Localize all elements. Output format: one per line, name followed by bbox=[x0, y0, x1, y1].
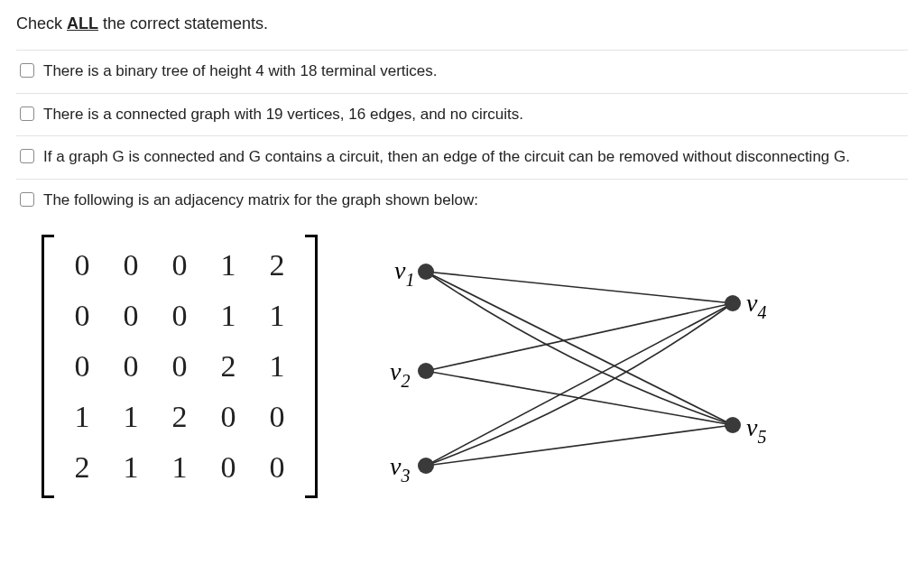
graph-edge bbox=[426, 272, 733, 425]
matrix-cell: 0 bbox=[172, 351, 188, 382]
matrix-cell: 0 bbox=[75, 351, 90, 382]
matrix-grid: 0001200011000211120021100 bbox=[54, 235, 305, 498]
graph-edge bbox=[426, 272, 733, 303]
option-text: If a graph G is connected and G contains… bbox=[43, 146, 904, 169]
option-row[interactable]: If a graph G is connected and G contains… bbox=[16, 136, 908, 180]
matrix-cell: 1 bbox=[124, 402, 139, 432]
options-list: There is a binary tree of height 4 with … bbox=[16, 50, 908, 222]
prompt-after: the correct statements. bbox=[98, 14, 268, 32]
question-prompt: Check ALL the correct statements. bbox=[16, 14, 908, 33]
matrix-cell: 1 bbox=[270, 301, 285, 331]
matrix-cell: 0 bbox=[270, 452, 285, 483]
graph-figure: v1v2v3v4v5 bbox=[345, 236, 796, 497]
matrix-cell: 0 bbox=[221, 402, 236, 432]
matrix-cell: 1 bbox=[270, 351, 285, 382]
matrix-cell: 2 bbox=[270, 250, 285, 281]
checkbox-icon[interactable] bbox=[20, 149, 34, 163]
matrix-cell: 0 bbox=[124, 301, 139, 331]
matrix-cell: 0 bbox=[75, 250, 90, 281]
graph-vertex bbox=[725, 295, 741, 311]
vertex-label: v4 bbox=[746, 289, 766, 322]
graph-edge bbox=[426, 303, 733, 466]
matrix-cell: 0 bbox=[124, 250, 139, 281]
adjacency-matrix: 0001200011000211120021100 bbox=[42, 235, 318, 498]
graph-vertex bbox=[418, 458, 434, 474]
matrix-cell: 1 bbox=[75, 402, 90, 432]
graph-edge bbox=[426, 425, 733, 466]
vertex-label: v5 bbox=[746, 413, 766, 447]
graph-vertex bbox=[418, 264, 434, 280]
graph-vertex bbox=[418, 363, 434, 379]
matrix-cell: 1 bbox=[124, 452, 139, 483]
vertex-label: v3 bbox=[390, 452, 410, 486]
figure-block: 0001200011000211120021100 v1v2v3v4v5 bbox=[42, 235, 908, 498]
vertex-label: v2 bbox=[390, 357, 410, 391]
vertex-label: v1 bbox=[394, 256, 414, 290]
graph-svg: v1v2v3v4v5 bbox=[345, 236, 796, 497]
matrix-cell: 1 bbox=[172, 452, 188, 483]
option-text: There is a connected graph with 19 verti… bbox=[43, 104, 904, 126]
matrix-cell: 2 bbox=[221, 351, 236, 382]
bracket-left-icon bbox=[42, 235, 54, 498]
checkbox-icon[interactable] bbox=[20, 63, 34, 78]
matrix-cell: 0 bbox=[172, 301, 188, 331]
matrix-cell: 0 bbox=[124, 351, 139, 382]
graph-vertex bbox=[725, 417, 741, 433]
option-row[interactable]: The following is an adjacency matrix for… bbox=[16, 180, 908, 222]
matrix-cell: 1 bbox=[221, 301, 236, 331]
matrix-cell: 1 bbox=[221, 250, 236, 281]
matrix-cell: 0 bbox=[75, 301, 90, 331]
prompt-keyword: ALL bbox=[67, 14, 98, 32]
checkbox-icon[interactable] bbox=[20, 106, 34, 121]
option-row[interactable]: There is a connected graph with 19 verti… bbox=[16, 94, 908, 137]
matrix-cell: 0 bbox=[172, 250, 188, 281]
checkbox-icon[interactable] bbox=[20, 192, 34, 207]
bracket-right-icon bbox=[305, 235, 318, 498]
option-text: There is a binary tree of height 4 with … bbox=[43, 60, 904, 83]
matrix-cell: 2 bbox=[172, 402, 188, 432]
option-row[interactable]: There is a binary tree of height 4 with … bbox=[16, 51, 908, 94]
matrix-cell: 2 bbox=[75, 452, 90, 483]
prompt-before: Check bbox=[16, 14, 67, 32]
matrix-cell: 0 bbox=[270, 402, 285, 432]
option-text: The following is an adjacency matrix for… bbox=[43, 190, 904, 212]
matrix-cell: 0 bbox=[221, 452, 236, 483]
